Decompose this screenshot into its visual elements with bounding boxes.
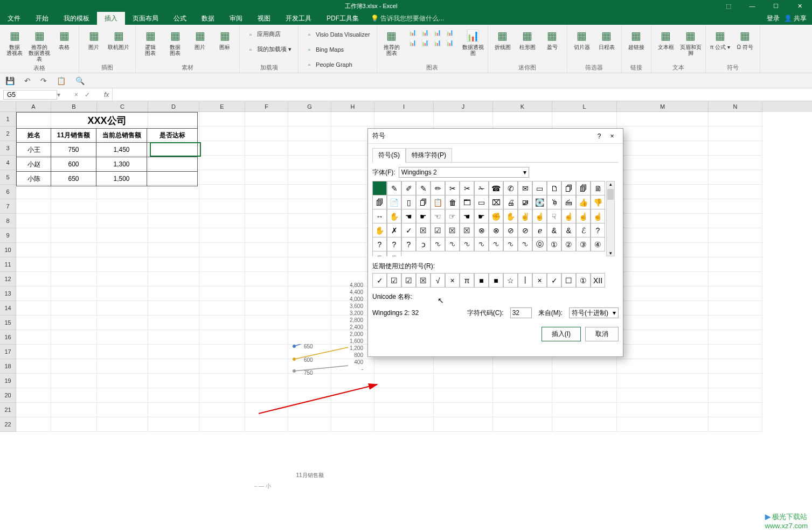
symbol-cell[interactable]: ? [591, 223, 605, 237]
symbol-cell[interactable]: 🗑 [445, 195, 460, 209]
symbol-cell[interactable]: ⓪ [532, 237, 547, 251]
cell[interactable] [374, 403, 434, 417]
recent-symbol-cell[interactable]: ① [576, 273, 591, 288]
cell[interactable] [199, 214, 245, 228]
symbol-cell[interactable]: ☝ [532, 209, 547, 223]
cell[interactable] [51, 214, 97, 228]
menu-tab-1[interactable]: 开始 [28, 12, 56, 25]
symbol-cell[interactable]: ℯ [532, 223, 547, 237]
symbol-cell[interactable]: 🗐 [576, 181, 591, 195]
cell[interactable] [16, 345, 51, 359]
cell[interactable] [199, 417, 245, 432]
recent-symbol-cell[interactable]: × [532, 273, 547, 288]
symbol-cell[interactable]: ⊘ [503, 223, 518, 237]
col-header[interactable]: I [374, 101, 434, 112]
cell[interactable] [199, 330, 245, 345]
chart-type-icon[interactable]: 📊 [421, 38, 429, 47]
ribbon-btn-2-1[interactable]: ▦数据图表 [164, 27, 186, 57]
row-header[interactable]: 6 [0, 185, 16, 199]
redo-icon[interactable]: ↷ [40, 76, 47, 85]
table-cell[interactable]: 650 [51, 172, 96, 186]
cell[interactable] [617, 359, 709, 374]
row-header[interactable]: 1 [0, 112, 16, 127]
cell[interactable] [709, 272, 762, 286]
cell[interactable] [199, 243, 245, 257]
ribbon-btn-2-2[interactable]: ▦图片 [189, 27, 211, 51]
save-icon[interactable]: 💾 [5, 76, 15, 85]
row-header[interactable]: 8 [0, 214, 16, 228]
cell[interactable] [709, 141, 762, 156]
symbol-cell[interactable]: 👍 [576, 195, 591, 209]
row-header[interactable]: 4 [0, 156, 16, 170]
recent-symbol-cell[interactable]: √ [431, 273, 445, 288]
symbol-cell[interactable]: ✎ [387, 181, 401, 195]
symbol-cell[interactable]: 🗋 [547, 181, 561, 195]
symbol-cell[interactable]: 📋 [431, 195, 445, 209]
cell[interactable] [617, 214, 709, 228]
table-cell[interactable]: 小陈 [17, 172, 51, 186]
undo-icon[interactable]: ↶ [24, 76, 31, 85]
cell[interactable] [97, 345, 148, 359]
cell[interactable] [709, 170, 762, 185]
symbol-cell[interactable]: ▭ [532, 181, 547, 195]
menu-tab-8[interactable]: 视图 [250, 12, 278, 25]
cell[interactable] [148, 403, 199, 417]
cell[interactable] [493, 403, 552, 417]
char-code-input[interactable]: 32 [510, 307, 532, 318]
col-header[interactable]: B [51, 101, 97, 112]
confirm-formula-icon[interactable]: ✓ [85, 91, 90, 99]
col-header[interactable]: C [97, 101, 148, 112]
cell[interactable] [148, 214, 199, 228]
cell[interactable] [97, 257, 148, 272]
symbol-cell[interactable]: ▯ [401, 195, 416, 209]
symbol-cell[interactable]: ✂ [445, 181, 460, 195]
cell[interactable] [199, 185, 245, 199]
ribbon-btn-9-0[interactable]: ▦文本框 [655, 27, 677, 51]
cell[interactable] [51, 316, 97, 330]
cell[interactable] [288, 127, 331, 141]
table-cell[interactable]: 小赵 [17, 157, 51, 172]
cell[interactable] [245, 199, 288, 214]
cell[interactable] [493, 417, 552, 432]
ribbon-btn-7-1[interactable]: ▦日程表 [595, 27, 618, 51]
cell[interactable] [617, 272, 709, 286]
cell[interactable] [97, 417, 148, 432]
ribbon-item[interactable]: ▫应用商店 [243, 27, 295, 41]
cell[interactable] [51, 199, 97, 214]
symbol-cell[interactable]: 🗔 [460, 195, 474, 209]
cell[interactable] [374, 417, 434, 432]
cell[interactable] [51, 185, 97, 199]
cell[interactable] [709, 185, 762, 199]
ribbon-btn-10-0[interactable]: ▦π 公式 ▾ [709, 27, 732, 51]
symbol-cell[interactable]: ✋ [372, 223, 387, 237]
cell[interactable] [148, 316, 199, 330]
symbol-cell[interactable]: ✎ [416, 181, 431, 195]
cell[interactable] [51, 417, 97, 432]
cell[interactable] [199, 316, 245, 330]
cell[interactable] [16, 417, 51, 432]
chart-type-icon[interactable]: 📊 [446, 28, 454, 37]
cell[interactable] [148, 185, 199, 199]
cell[interactable] [288, 214, 331, 228]
symbol-cell[interactable]: ಌ [503, 237, 518, 251]
symbol-cell[interactable]: ⊗ [489, 223, 503, 237]
recent-symbol-cell[interactable]: ☑ [401, 273, 416, 288]
cell[interactable] [617, 141, 709, 156]
cell[interactable] [148, 330, 199, 345]
col-header[interactable]: N [709, 101, 762, 112]
cell[interactable] [374, 112, 434, 127]
row-header[interactable]: 16 [0, 330, 16, 345]
row-header[interactable]: 15 [0, 316, 16, 330]
cell[interactable] [51, 272, 97, 286]
row-header[interactable]: 21 [0, 403, 16, 417]
cell[interactable] [148, 345, 199, 359]
chart-type-icon[interactable]: 📊 [421, 28, 429, 37]
cell[interactable] [245, 243, 288, 257]
table-cell[interactable]: 750 [51, 143, 96, 157]
symbol-cell[interactable]: ? [387, 237, 401, 251]
ribbon-item[interactable]: ▫Bing Maps [302, 42, 373, 57]
cell[interactable] [709, 388, 762, 403]
cell[interactable] [16, 301, 51, 316]
ribbon-btn-0-2[interactable]: ▦表格 [53, 27, 75, 51]
table-cell[interactable]: 1,300 [96, 157, 147, 172]
